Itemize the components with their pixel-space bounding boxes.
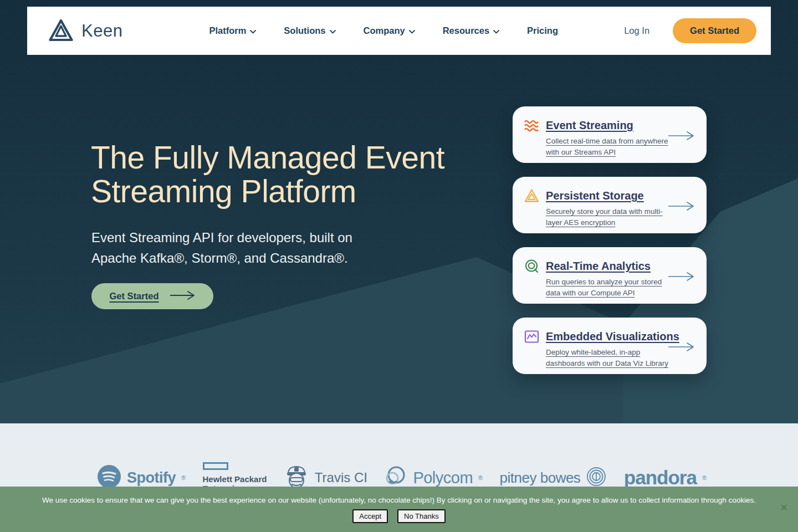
- keen-logo[interactable]: Keen: [49, 19, 122, 43]
- log-in-link[interactable]: Log In: [624, 25, 649, 36]
- card-embedded-visualizations[interactable]: Embedded Visualizations Deploy white-lab…: [513, 318, 707, 374]
- nav-item-platform[interactable]: Platform: [209, 25, 256, 36]
- nav-item-solutions[interactable]: Solutions: [284, 25, 335, 36]
- chevron-down-icon: [250, 25, 256, 36]
- waves-icon: [524, 118, 539, 133]
- chevron-down-icon: [493, 25, 499, 36]
- decline-cookies-button[interactable]: No Thanks: [397, 509, 446, 523]
- chevron-down-icon: [409, 25, 415, 36]
- arrow-right-icon: [668, 201, 694, 213]
- page-title-line1: The Fully Managed Event: [91, 141, 444, 175]
- pitney-bowes-logo: pitney bowes: [500, 466, 607, 489]
- arrow-right-icon: [668, 272, 694, 284]
- header-get-started-button[interactable]: Get Started: [673, 18, 756, 43]
- main-nav: Platform Solutions Company Resources Pri…: [209, 25, 558, 36]
- hero-get-started-button[interactable]: Get Started: [91, 283, 213, 309]
- keen-triangle-icon: [49, 19, 73, 43]
- cookie-message: We use cookies to ensure that we can giv…: [0, 487, 798, 504]
- hpe-rect-icon: [203, 462, 267, 472]
- feature-card-list: Event Streaming Collect real-time data f…: [513, 106, 707, 388]
- nav-item-company[interactable]: Company: [364, 25, 415, 36]
- triangle-icon: [524, 188, 539, 203]
- chart-icon: [524, 329, 539, 344]
- accept-cookies-button[interactable]: Accept: [352, 509, 388, 523]
- magnifier-icon: [524, 259, 539, 274]
- pitney-bowes-spiral-icon: [586, 466, 607, 489]
- arrow-right-icon: [170, 290, 195, 302]
- nav-item-resources[interactable]: Resources: [443, 25, 499, 36]
- hero-subtitle: Event Streaming API for developers, buil…: [91, 227, 352, 268]
- arrow-right-icon: [668, 131, 694, 143]
- card-real-time-analytics[interactable]: Real-Time Analytics Run queries to analy…: [513, 247, 707, 304]
- chevron-down-icon: [330, 25, 336, 36]
- close-icon[interactable]: ✕: [780, 502, 788, 514]
- cookie-banner: We use cookies to ensure that we can giv…: [0, 487, 798, 532]
- top-navigation-bar: Keen Platform Solutions Company Resource…: [27, 7, 771, 55]
- card-event-streaming[interactable]: Event Streaming Collect real-time data f…: [513, 106, 707, 163]
- card-persistent-storage[interactable]: Persistent Storage Securely store your d…: [513, 177, 707, 233]
- nav-item-pricing[interactable]: Pricing: [527, 25, 558, 36]
- cookie-buttons: Accept No Thanks: [0, 509, 798, 523]
- page-title: The Fully Managed Event Streaming Platfo…: [91, 141, 444, 208]
- brand-wordmark: Keen: [81, 21, 122, 41]
- pandora-logo: pandora®: [624, 467, 707, 489]
- hero-get-started-label: Get Started: [110, 291, 159, 301]
- arrow-right-icon: [668, 342, 694, 354]
- page-title-line2: Streaming Platform: [91, 175, 444, 208]
